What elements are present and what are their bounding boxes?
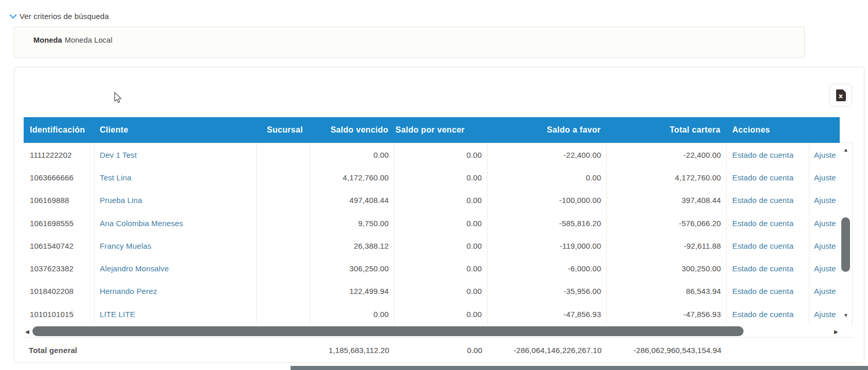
criteria-toggle-label: Ver criterios de búsqueda (20, 12, 109, 21)
estado-de-cuenta-link[interactable]: Estado de cuenta (732, 242, 793, 250)
row-saldo-por-vencer: 0.00 (394, 143, 487, 166)
row-saldo-vencido: 497,408.44 (310, 189, 394, 212)
cliente-link[interactable]: Hernando Perez (100, 287, 157, 295)
scrollbar-gutter-header (840, 117, 853, 143)
row-identificacion: 106169888 (24, 189, 95, 212)
table-row: 1061540742 Francy Muelas 26,388.12 0.00 … (24, 234, 840, 257)
vertical-scrollbar[interactable]: ▲ ▼ (840, 143, 853, 325)
row-ajuste-cell: Ajuste (809, 143, 840, 166)
row-identificacion: 1061540742 (24, 234, 95, 257)
row-saldo-vencido: 26,388.12 (310, 234, 394, 257)
row-acciones-cell: Estado de cuenta (727, 280, 809, 303)
row-saldo-por-vencer: 0.00 (394, 189, 487, 212)
col-header-saldo-a-favor[interactable]: Saldo a favor (487, 117, 607, 143)
cliente-link[interactable]: Francy Muelas (100, 242, 151, 250)
horizontal-scrollbar-thumb[interactable] (32, 326, 744, 336)
excel-file-icon: x (836, 89, 846, 101)
ajuste-link[interactable]: Ajuste (814, 264, 836, 273)
row-saldo-vencido: 0.00 (310, 143, 394, 166)
row-saldo-vencido: 122,499.94 (310, 280, 394, 303)
row-saldo-a-favor: 0.00 (487, 166, 607, 189)
row-identificacion: 1010101015 (24, 303, 95, 325)
ajuste-link[interactable]: Ajuste (814, 173, 836, 182)
col-header-sucursal[interactable]: Sucursal (257, 117, 310, 143)
row-identificacion: 1018402208 (24, 280, 95, 303)
row-sucursal (257, 234, 310, 257)
criteria-box: MonedaMoneda Local (14, 27, 805, 58)
ajuste-link[interactable]: Ajuste (814, 219, 836, 228)
row-ajuste-cell: Ajuste (809, 257, 840, 280)
col-header-acciones: Acciones (727, 117, 809, 143)
row-total-cartera: 397,408.44 (607, 189, 727, 212)
row-saldo-a-favor: -22,400.00 (487, 143, 607, 166)
row-total-cartera: -47,856.93 (607, 303, 727, 325)
row-cliente-cell: Dev 1 Test (95, 143, 257, 166)
row-saldo-por-vencer: 0.00 (394, 234, 487, 257)
estado-de-cuenta-link[interactable]: Estado de cuenta (732, 310, 793, 319)
estado-de-cuenta-link[interactable]: Estado de cuenta (732, 173, 793, 182)
col-header-identificacion[interactable]: Identificación (24, 117, 95, 143)
ajuste-link[interactable]: Ajuste (814, 151, 836, 159)
ajuste-link[interactable]: Ajuste (814, 310, 836, 319)
estado-de-cuenta-link[interactable]: Estado de cuenta (732, 196, 793, 205)
excel-letter: x (839, 92, 843, 99)
table-row: 1111222202 Dev 1 Test 0.00 0.00 -22,400.… (24, 143, 840, 166)
scroll-up-arrow-icon[interactable]: ▲ (843, 147, 848, 153)
cliente-link[interactable]: Test Lina (100, 173, 131, 182)
cliente-link[interactable]: Dev 1 Test (100, 151, 137, 159)
row-ajuste-cell: Ajuste (809, 189, 840, 212)
estado-de-cuenta-link[interactable]: Estado de cuenta (732, 287, 793, 295)
estado-de-cuenta-link[interactable]: Estado de cuenta (732, 219, 793, 228)
estado-de-cuenta-link[interactable]: Estado de cuenta (732, 264, 793, 273)
cliente-link[interactable]: Alejandro Monsalve (100, 264, 169, 273)
row-saldo-a-favor: -47,856.93 (487, 303, 607, 325)
cliente-link[interactable]: LITE LITE (100, 310, 135, 319)
scroll-left-arrow-icon[interactable]: ◀ (25, 328, 29, 334)
row-cliente-cell: Francy Muelas (95, 234, 257, 257)
cliente-link[interactable]: Ana Colombia Meneses (100, 219, 183, 228)
row-saldo-vencido: 4,172,760.00 (310, 166, 394, 189)
table-body: 1111222202 Dev 1 Test 0.00 0.00 -22,400.… (24, 143, 840, 325)
row-saldo-a-favor: -6,000.00 (487, 257, 607, 280)
col-header-total-cartera[interactable]: Total cartera (607, 117, 727, 143)
total-total-cartera: -286,062,960,543,154.94 (634, 346, 727, 355)
row-total-cartera: -22,400.00 (607, 143, 727, 166)
total-saldo-vencido: 1,185,683,112.20 (329, 346, 394, 355)
row-ajuste-cell: Ajuste (809, 280, 840, 303)
vertical-scrollbar-thumb[interactable] (841, 217, 850, 272)
export-excel-button[interactable]: x (829, 84, 852, 106)
row-sucursal (257, 280, 310, 303)
total-saldo-a-favor: -286,064,146,226,267.10 (514, 346, 607, 355)
row-identificacion: 1111222202 (24, 143, 95, 166)
estado-de-cuenta-link[interactable]: Estado de cuenta (732, 151, 793, 159)
row-saldo-vencido: 306,250.00 (310, 257, 394, 280)
cliente-link[interactable]: Prueba Lina (100, 196, 142, 205)
col-header-cliente[interactable]: Cliente (95, 117, 257, 143)
results-panel: x Identificación Cliente Sucursal Saldo … (14, 67, 864, 363)
scroll-down-arrow-icon[interactable]: ▼ (843, 313, 848, 318)
row-total-cartera: 4,172,760.00 (607, 166, 727, 189)
row-saldo-a-favor: -119,000.00 (487, 234, 607, 257)
scroll-right-arrow-icon[interactable]: ▶ (834, 328, 838, 334)
row-cliente-cell: LITE LITE (95, 303, 257, 325)
ajuste-link[interactable]: Ajuste (814, 196, 836, 205)
row-saldo-por-vencer: 0.00 (394, 212, 487, 234)
ajuste-link[interactable]: Ajuste (814, 242, 836, 250)
row-total-cartera: 300,250.00 (607, 257, 727, 280)
row-sucursal (257, 166, 310, 189)
col-header-saldo-por-vencer[interactable]: Saldo por vencer (394, 117, 487, 143)
criteria-field-value: Moneda Local (65, 36, 113, 44)
col-header-saldo-vencido[interactable]: Saldo vencido (310, 117, 394, 143)
table-row: 1018402208 Hernando Perez 122,499.94 0.0… (24, 280, 840, 303)
page-fold-corner (842, 89, 846, 93)
row-sucursal (257, 303, 310, 325)
row-acciones-cell: Estado de cuenta (727, 212, 809, 234)
row-identificacion: 1037623382 (24, 257, 95, 280)
criteria-toggle[interactable]: Ver criterios de búsqueda (9, 12, 109, 21)
row-acciones-cell: Estado de cuenta (727, 257, 809, 280)
ajuste-link[interactable]: Ajuste (814, 287, 836, 295)
horizontal-scrollbar[interactable]: ◀ ▶ (24, 325, 853, 338)
row-acciones-cell: Estado de cuenta (727, 303, 809, 325)
row-sucursal (257, 143, 310, 166)
row-saldo-a-favor: -35,956.00 (487, 280, 607, 303)
